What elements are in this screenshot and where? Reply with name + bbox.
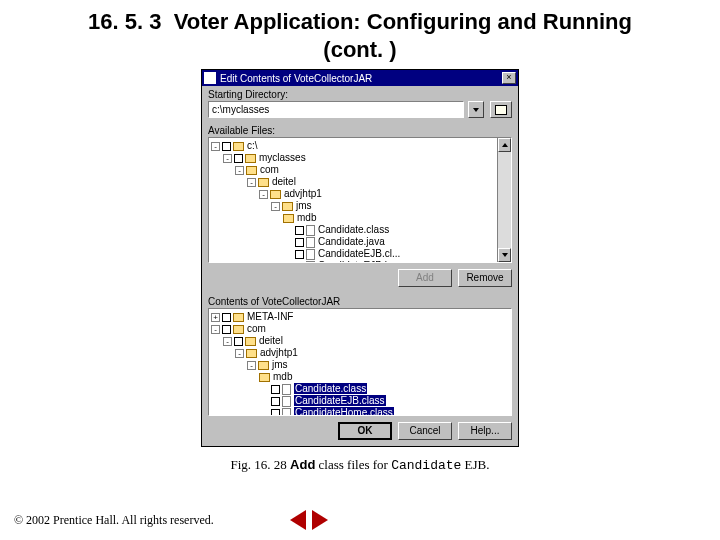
tree-node[interactable]: META-INF: [247, 311, 293, 322]
cancel-button[interactable]: Cancel: [398, 422, 452, 440]
up-folder-button[interactable]: [490, 101, 512, 118]
caption-fig: Fig. 16. 28: [230, 457, 286, 472]
scroll-up-button[interactable]: [498, 138, 511, 152]
folder-up-icon: [495, 105, 507, 115]
tree-node[interactable]: jms: [296, 200, 312, 211]
caption-add: Add: [290, 457, 315, 472]
tree-node[interactable]: com: [260, 164, 279, 175]
available-files-tree[interactable]: -c:\ -myclasses -com -deitel -advjhtp1 -…: [208, 137, 512, 263]
next-slide-button[interactable]: [312, 510, 328, 530]
remove-button[interactable]: Remove: [458, 269, 512, 287]
contents-tree[interactable]: +META-INF -com -deitel -advjhtp1 -jms md…: [208, 308, 512, 416]
starting-dir-label: Starting Directory:: [202, 86, 518, 101]
figure-caption: Fig. 16. 28 Add class files for Candidat…: [0, 457, 720, 473]
help-button[interactable]: Help...: [458, 422, 512, 440]
tree-node[interactable]: mdb: [273, 371, 292, 382]
copyright-footer: © 2002 Prentice Hall. All rights reserve…: [14, 513, 214, 528]
window-title: Edit Contents of VoteCollectorJAR: [220, 73, 502, 84]
scroll-down-button[interactable]: [498, 248, 511, 262]
contents-label: Contents of VoteCollectorJAR: [202, 293, 518, 308]
caption-candidate: Candidate: [391, 458, 461, 473]
tree-file[interactable]: CandidateEJB.cl...: [318, 248, 400, 259]
tree-node[interactable]: com: [247, 323, 266, 334]
tree-node[interactable]: myclasses: [259, 152, 306, 163]
tree-file-selected[interactable]: CandidateEJB.class: [294, 395, 386, 406]
section-number: 16. 5. 3: [88, 9, 161, 34]
edit-jar-dialog: Edit Contents of VoteCollectorJAR × Star…: [201, 69, 519, 447]
tree-file-selected[interactable]: Candidate.class: [294, 383, 367, 394]
tree-node[interactable]: mdb: [297, 212, 316, 223]
close-icon[interactable]: ×: [502, 72, 516, 84]
tree-node[interactable]: jms: [272, 359, 288, 370]
chevron-down-icon: [473, 108, 479, 112]
window-icon: [204, 72, 216, 84]
starting-dir-input[interactable]: c:\myclasses: [208, 101, 464, 118]
chevron-down-icon: [502, 253, 508, 257]
tree-node[interactable]: deitel: [272, 176, 296, 187]
titlebar: Edit Contents of VoteCollectorJAR ×: [202, 70, 518, 86]
slide-title: 16. 5. 3 Voter Application: Configuring …: [60, 8, 660, 63]
title-text: Voter Application: Configuring and Runni…: [174, 9, 632, 62]
ok-button[interactable]: OK: [338, 422, 392, 440]
tree-node[interactable]: advjhtp1: [260, 347, 298, 358]
available-files-label: Available Files:: [202, 122, 518, 137]
tree-file-selected[interactable]: CandidateHome.class: [294, 407, 394, 416]
tree-node[interactable]: c:\: [247, 140, 258, 151]
tree-file[interactable]: CandidateEJB.java: [318, 260, 403, 263]
scrollbar[interactable]: [497, 138, 511, 262]
chevron-up-icon: [502, 143, 508, 147]
slide-nav: [290, 510, 328, 530]
tree-file[interactable]: Candidate.class: [318, 224, 389, 235]
tree-node[interactable]: advjhtp1: [284, 188, 322, 199]
tree-node[interactable]: deitel: [259, 335, 283, 346]
caption-tail: EJB.: [461, 457, 489, 472]
starting-dir-dropdown[interactable]: [468, 101, 484, 118]
prev-slide-button[interactable]: [290, 510, 306, 530]
tree-file[interactable]: Candidate.java: [318, 236, 385, 247]
caption-mid: class files for: [315, 457, 391, 472]
add-button: Add: [398, 269, 452, 287]
